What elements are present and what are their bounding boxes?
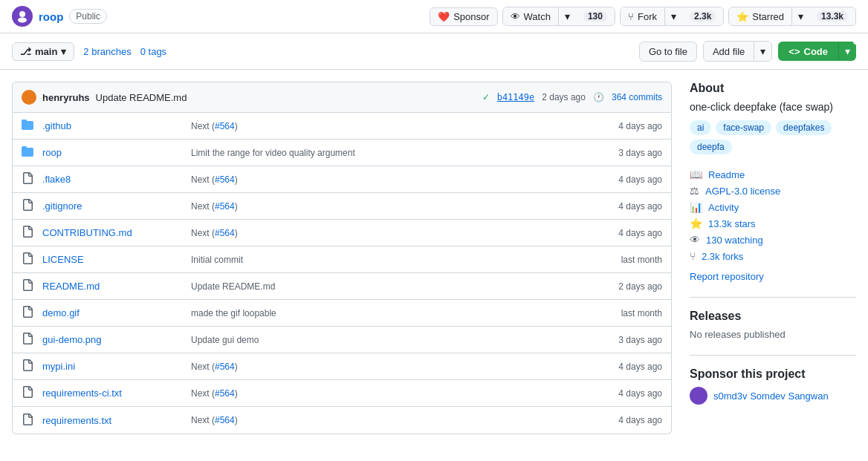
- report-link[interactable]: Report repository: [690, 271, 764, 282]
- code-caret[interactable]: ▾: [838, 42, 856, 61]
- commit-link[interactable]: #564: [215, 388, 235, 399]
- commit-link[interactable]: #564: [215, 174, 235, 185]
- about-link-item: ⚖ AGPL-3.0 license: [690, 183, 856, 199]
- file-name[interactable]: roop: [42, 147, 191, 158]
- file-name[interactable]: requirements.txt: [42, 415, 191, 426]
- about-link[interactable]: Activity: [708, 202, 739, 213]
- about-link[interactable]: 13.3k stars: [708, 218, 756, 229]
- about-link[interactable]: AGPL-3.0 license: [705, 186, 780, 197]
- table-row: gui-demo.png Update gui demo 3 days ago: [13, 327, 671, 353]
- file-name[interactable]: CONTRIBUTING.md: [42, 227, 191, 238]
- file-time: 4 days ago: [588, 121, 662, 131]
- about-link-item: ⭐ 13.3k stars: [690, 215, 856, 232]
- branch-caret-icon: ▾: [61, 46, 66, 57]
- sponsor-button[interactable]: ❤️ Sponsor: [430, 7, 497, 26]
- star-caret[interactable]: ▾: [791, 7, 809, 25]
- tags-container: aiface-swapdeepfakesdeepfa: [690, 120, 856, 154]
- file-name[interactable]: .github: [42, 120, 191, 131]
- about-links: 📖 Readme ⚖ AGPL-3.0 license 📊 Activity ⭐…: [690, 166, 856, 264]
- file-link[interactable]: LICENSE: [42, 254, 84, 265]
- watch-button-group: 👁 Watch ▾ 130: [502, 7, 615, 26]
- file-name[interactable]: README.md: [42, 281, 191, 292]
- branches-label: branches: [91, 46, 131, 57]
- fork-button[interactable]: ⑂ Fork: [621, 7, 664, 25]
- username[interactable]: roop: [39, 10, 63, 23]
- file-link[interactable]: demo.gif: [42, 307, 80, 318]
- visibility-badge: Public: [69, 9, 107, 24]
- star-count: 13.3k: [809, 7, 855, 25]
- watch-count: 130: [576, 7, 615, 25]
- about-link-item: 👁 130 watching: [690, 232, 856, 248]
- about-link[interactable]: 2.3k forks: [702, 251, 743, 262]
- file-commit-msg: made the gif loopable: [191, 308, 588, 318]
- commit-hash[interactable]: b41149e: [497, 92, 535, 102]
- left-panel: henryruhs Update README.md ✓ b41149e 2 d…: [12, 82, 672, 434]
- commit-link[interactable]: #564: [215, 415, 235, 425]
- heart-icon: ❤️: [438, 11, 450, 22]
- commit-author[interactable]: henryruhs: [42, 92, 90, 103]
- about-link-item: ⑂ 2.3k forks: [690, 248, 856, 264]
- file-commit-msg: Next (#564): [191, 388, 588, 399]
- file-name[interactable]: demo.gif: [42, 307, 191, 318]
- file-commit-msg: Update gui demo: [191, 335, 588, 345]
- star-button[interactable]: ⭐ Starred: [729, 7, 791, 25]
- watch-caret[interactable]: ▾: [558, 7, 576, 25]
- commit-link[interactable]: #564: [215, 362, 235, 372]
- star-icon: ⭐: [690, 218, 702, 229]
- about-link[interactable]: 130 watching: [706, 235, 763, 246]
- goto-file-button[interactable]: Go to file: [639, 42, 697, 62]
- file-name[interactable]: requirements-ci.txt: [42, 388, 191, 399]
- svg-point-1: [18, 18, 27, 23]
- topic-tag[interactable]: ai: [690, 120, 711, 135]
- topic-tag[interactable]: face-swap: [716, 120, 771, 135]
- file-name[interactable]: LICENSE: [42, 254, 191, 265]
- topic-tag[interactable]: deepfakes: [776, 120, 832, 135]
- file-commit-msg: Next (#564): [191, 201, 588, 212]
- table-row: .github Next (#564) 4 days ago: [13, 113, 671, 140]
- file-link[interactable]: roop: [42, 147, 62, 158]
- sponsor-username-link[interactable]: s0md3v Somdev Sangwan: [713, 390, 829, 402]
- table-row: mypi.ini Next (#564) 4 days ago: [13, 353, 671, 380]
- commit-link[interactable]: #564: [215, 201, 235, 212]
- commit-link[interactable]: #564: [215, 121, 235, 131]
- sponsor-title: Sponsor this project: [690, 367, 856, 381]
- file-icon: [22, 333, 42, 347]
- topic-tag[interactable]: deepfa: [690, 140, 732, 154]
- file-link[interactable]: requirements.txt: [42, 415, 111, 426]
- tags-link[interactable]: 0 tags: [140, 46, 166, 57]
- file-link[interactable]: CONTRIBUTING.md: [42, 227, 132, 238]
- no-releases-text: No releases published: [690, 329, 856, 340]
- file-link[interactable]: .flake8: [42, 174, 71, 185]
- pulse-icon: 📊: [690, 201, 702, 213]
- file-name[interactable]: .flake8: [42, 174, 191, 185]
- file-link[interactable]: .gitignore: [42, 200, 82, 212]
- table-row: LICENSE Initial commit last month: [13, 246, 671, 273]
- file-name[interactable]: mypi.ini: [42, 361, 191, 372]
- file-time: 2 days ago: [588, 281, 662, 292]
- add-file-caret[interactable]: ▾: [754, 42, 771, 61]
- branch-selector[interactable]: ⎇ main ▾: [12, 42, 74, 61]
- file-link[interactable]: .github: [42, 120, 71, 131]
- file-link[interactable]: mypi.ini: [42, 361, 75, 372]
- tags-label: tags: [149, 46, 167, 57]
- code-button[interactable]: <> Code: [778, 42, 838, 61]
- file-time: 4 days ago: [588, 174, 662, 185]
- history-icon: 🕐: [593, 92, 604, 102]
- file-link[interactable]: requirements-ci.txt: [42, 388, 122, 399]
- repo-identity: roop Public: [12, 6, 107, 27]
- file-name[interactable]: .gitignore: [42, 200, 191, 212]
- file-commit-msg: Next (#564): [191, 362, 588, 372]
- add-file-button[interactable]: Add file: [704, 42, 754, 61]
- sponsor-avatar: [690, 387, 707, 405]
- watch-button[interactable]: 👁 Watch: [503, 7, 558, 25]
- file-time: 4 days ago: [588, 201, 662, 212]
- commit-link[interactable]: #564: [215, 228, 235, 238]
- file-link[interactable]: gui-demo.png: [42, 334, 102, 345]
- file-link[interactable]: README.md: [42, 281, 100, 292]
- file-commit-msg: Next (#564): [191, 228, 588, 238]
- commits-link[interactable]: 364 commits: [612, 92, 662, 102]
- fork-caret[interactable]: ▾: [664, 7, 682, 25]
- about-link[interactable]: Readme: [708, 169, 745, 180]
- branches-link[interactable]: 2 branches: [83, 46, 131, 57]
- file-name[interactable]: gui-demo.png: [42, 334, 191, 345]
